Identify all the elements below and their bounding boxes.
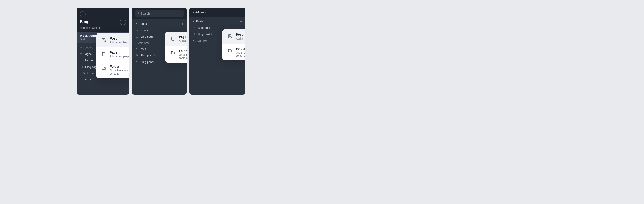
p3-posts-header[interactable]: ▼ Posts + [190, 18, 245, 24]
settings-button[interactable]: Settings [92, 26, 102, 29]
home-icon: ⌂ [80, 59, 84, 62]
p2-blog-page-label: Blog page [140, 35, 154, 38]
search-icon: ⚲ [80, 46, 82, 50]
p2-add-label: Add new [138, 41, 150, 45]
folder-subtitle: Organize your site content [110, 69, 129, 75]
p2-post2-icon: ✎ [135, 61, 139, 63]
page-title: Page [110, 50, 129, 54]
p2-home-label: Home [140, 29, 148, 32]
p3-post-subtitle: Add a new blog post [236, 37, 245, 40]
posts-chevron-icon: ▼ [80, 78, 82, 80]
p3-post2-icon: ✎ [192, 33, 196, 36]
post-subtitle: Add a new blog post [110, 41, 129, 44]
account-info: My account Draft [80, 34, 97, 41]
panel-3-header: + Add new [190, 7, 245, 16]
p2-dd-page-icon [170, 35, 176, 42]
p3-add-plus: + [192, 11, 194, 14]
posts-label: Posts [84, 78, 91, 81]
draft-label: Draft [80, 38, 97, 41]
p2-page-text: Page Add a new page [179, 35, 187, 42]
p2-page-subtitle: Add a new page [179, 39, 187, 42]
back-button[interactable]: ‹ [80, 11, 86, 17]
panel-1-dropdown: Post Add a new blog post Page Add a new … [96, 33, 129, 79]
p3-folder-title: Folder [236, 47, 245, 51]
p2-posts-left: ▼ Posts [135, 47, 146, 51]
panel-2: ⚲ Search ▼ Pages + ⌂ Home □ Blog page + [132, 7, 187, 95]
p2-pages-label: Pages [139, 22, 147, 25]
home-label: Home [85, 59, 93, 62]
p2-page-title: Page [179, 35, 187, 39]
p3-post-title: Post [236, 33, 245, 37]
p3-posts-label: Posts [196, 20, 204, 23]
p2-posts-chevron: ▼ [135, 48, 137, 50]
panel-1: ‹ Blog + Rename Settings My account Draf… [77, 7, 129, 95]
panels-container: ‹ Blog + Rename Settings My account Draf… [71, 0, 251, 102]
p3-posts-left: ▼ Posts [192, 20, 203, 23]
p2-pages-left: ▼ Pages [135, 22, 147, 25]
panel-3-dropdown: Post Add a new blog post Folder Organize… [222, 29, 245, 61]
chevron-icon: ▼ [80, 53, 82, 55]
page-text: Page Add a new page [110, 50, 129, 58]
p2-pages-header[interactable]: ▼ Pages + [132, 21, 187, 27]
folder-title: Folder [110, 65, 129, 69]
p3-post1-icon: ✎ [192, 26, 196, 29]
dd-folder-icon [100, 65, 107, 72]
rename-button[interactable]: Rename [80, 26, 90, 29]
add-new-label: Add new [83, 71, 94, 75]
pages-section-left: ▼ Pages [80, 52, 92, 56]
page-icon: □ [80, 65, 84, 69]
p3-bottom-plus: + [192, 39, 194, 42]
panel-2-dropdown: Page Add a new page Folder Organize your… [166, 32, 187, 63]
p2-dropdown-item-page[interactable]: Page Add a new page [166, 32, 187, 46]
p3-dropdown-item-post[interactable]: Post Add a new blog post [222, 29, 245, 44]
blog-title: Blog [80, 20, 88, 24]
p2-pages-add[interactable]: + [182, 22, 184, 26]
p2-page-icon: □ [135, 35, 139, 38]
p2-folder-subtitle: Organize your site content [179, 53, 187, 60]
p2-folder-title: Folder [179, 49, 187, 53]
p3-post-text: Post Add a new blog post [236, 33, 245, 40]
p2-add-plus: + [135, 41, 137, 45]
account-name: My account [80, 34, 97, 37]
site-title: Blog + [80, 19, 126, 25]
panel-3: + Add new ▼ Posts + ✎ Blog post 1 ✎ Blog… [190, 7, 245, 95]
dropdown-item-folder[interactable]: Folder Organize your site content [96, 61, 129, 78]
p2-post1-label: Blog post 1 [140, 54, 155, 57]
p3-posts-add[interactable]: + [240, 20, 242, 23]
p3-post1-label: Blog post 1 [198, 26, 212, 29]
p3-post2-label: Blog post 2 [198, 33, 212, 36]
p2-chevron: ▼ [135, 22, 137, 25]
svg-rect-7 [102, 52, 105, 56]
p3-dd-folder-icon [226, 47, 233, 54]
p2-home-icon: ⌂ [135, 29, 139, 32]
p2-folder-text: Folder Organize your site content [179, 49, 187, 60]
dropdown-item-post[interactable]: Post Add a new blog post [96, 33, 129, 47]
p3-chevron: ▼ [192, 20, 195, 22]
panel-3-add-new[interactable]: + Add new [192, 11, 206, 14]
add-button[interactable]: + [120, 19, 126, 25]
p3-dropdown-item-folder[interactable]: Folder Organize your site content [222, 44, 245, 61]
search-placeholder-2: Search [141, 12, 150, 15]
search-input-row[interactable]: ⚲ Search [135, 10, 184, 17]
p3-bottom-add-label: Add new [196, 39, 207, 42]
p2-dropdown-item-folder[interactable]: Folder Organize your site content [166, 46, 187, 63]
post-icon [100, 37, 107, 44]
panel-actions: Rename Settings [80, 26, 126, 29]
panel-1-header: ‹ Blog + Rename Settings [77, 7, 129, 32]
dropdown-item-page[interactable]: Page Add a new page [96, 47, 129, 61]
post-text: Post Add a new blog post [110, 36, 129, 44]
post-title: Post [110, 36, 129, 40]
posts-section-left: ▼ Posts [80, 78, 90, 81]
p2-posts-label: Posts [139, 47, 146, 51]
search-label: Search [84, 46, 92, 50]
dd-page-icon [100, 51, 107, 58]
folder-text: Folder Organize your site content [110, 65, 129, 75]
p2-dd-folder-icon [170, 49, 176, 56]
p3-folder-text: Folder Organize your site content [236, 47, 245, 57]
p2-post2-label: Blog post 2 [140, 60, 155, 64]
p3-folder-subtitle: Organize your site content [236, 51, 245, 57]
panel-2-header: ⚲ Search [132, 7, 187, 19]
search-icon-2: ⚲ [137, 12, 139, 15]
svg-rect-8 [172, 37, 174, 40]
p3-add-label: Add new [195, 11, 206, 14]
